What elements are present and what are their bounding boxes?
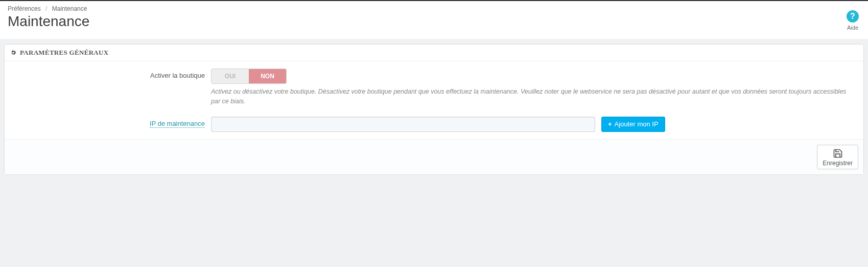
shop-toggle-help: Activez ou désactivez votre boutique. Dé… (211, 87, 856, 106)
general-settings-panel: PARAMÈTRES GÉNÉRAUX Activer la boutique … (4, 44, 864, 175)
shop-toggle-label: Activer la boutique (12, 69, 211, 79)
maintenance-ip-input[interactable] (211, 117, 595, 132)
page-header: Préférences / Maintenance Maintenance ? … (0, 1, 868, 39)
breadcrumb-separator: / (45, 5, 47, 12)
toggle-no[interactable]: NON (249, 69, 286, 83)
save-button[interactable]: Enregistrer (817, 145, 858, 169)
panel-footer: Enregistrer (5, 139, 863, 174)
panel-title: PARAMÈTRES GÉNÉRAUX (20, 49, 108, 57)
add-my-ip-label: Ajouter mon IP (615, 120, 659, 128)
save-icon (833, 148, 843, 159)
breadcrumb-current: Maintenance (52, 5, 87, 12)
cogs-icon (10, 49, 17, 56)
help-button[interactable]: ? Aide (847, 10, 859, 31)
breadcrumb-parent[interactable]: Préférences (8, 5, 41, 12)
help-icon: ? (847, 10, 859, 23)
breadcrumb: Préférences / Maintenance (8, 5, 860, 12)
toggle-yes[interactable]: OUI (212, 69, 249, 83)
ip-field-label: IP de maintenance (150, 120, 205, 128)
save-button-label: Enregistrer (823, 160, 853, 167)
shop-toggle[interactable]: OUI NON (211, 69, 287, 84)
help-label: Aide (847, 25, 859, 31)
plus-icon: + (608, 120, 612, 128)
panel-heading: PARAMÈTRES GÉNÉRAUX (5, 44, 863, 61)
add-my-ip-button[interactable]: + Ajouter mon IP (601, 117, 665, 132)
page-title: Maintenance (8, 13, 860, 30)
